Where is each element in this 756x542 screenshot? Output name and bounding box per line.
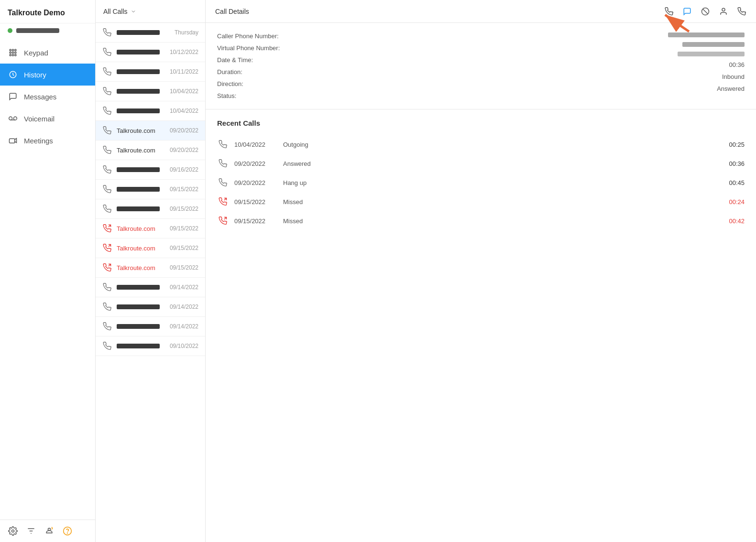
recent-call-status: Missed <box>283 198 723 206</box>
sidebar-item-keypad[interactable]: Keypad <box>0 42 95 64</box>
call-item-name: Talkroute.com <box>117 127 162 134</box>
call-item-name: Talkroute.com <box>117 225 162 232</box>
sidebar-nav: Keypad History Messages Voicemail Meetin <box>0 38 95 520</box>
svg-point-10 <box>9 117 12 120</box>
filter-label: All Calls <box>103 8 128 15</box>
call-item-date: 09/15/2022 <box>167 206 198 212</box>
call-list-item[interactable]: 10/04/2022 <box>96 82 205 101</box>
header-block-icon[interactable] <box>701 7 710 16</box>
recent-call-row[interactable]: 09/20/2022 Hang up 00:45 <box>217 173 745 192</box>
call-list-filter[interactable]: All Calls <box>96 0 206 22</box>
label-caller-phone: Caller Phone Number: <box>217 33 280 40</box>
call-item-phone-icon <box>102 282 112 292</box>
svg-rect-2 <box>15 49 16 51</box>
sidebar-footer <box>0 520 95 542</box>
recent-calls-list: 10/04/2022 Outgoing 00:25 09/20/2022 Ans… <box>217 135 745 230</box>
recent-call-icon <box>217 139 229 150</box>
call-list-item[interactable]: Thursday <box>96 23 205 43</box>
header-action-icons <box>664 7 746 16</box>
call-item-info <box>117 285 162 290</box>
call-list-item[interactable]: Talkroute.com 09/20/2022 <box>96 141 205 160</box>
label-virtual-phone: Virtual Phone Number: <box>217 44 280 52</box>
recent-calls-title: Recent Calls <box>217 119 745 127</box>
call-item-date: Thursday <box>172 29 198 36</box>
recent-call-icon <box>217 177 229 188</box>
call-list-item[interactable]: 09/16/2022 <box>96 160 205 180</box>
right-panel: Caller Phone Number: Virtual Phone Numbe… <box>206 23 756 542</box>
call-item-info <box>117 108 162 113</box>
status-bar-row <box>0 23 95 38</box>
call-item-info <box>117 304 162 309</box>
help-icon[interactable] <box>62 526 73 536</box>
call-list-item[interactable]: 09/15/2022 <box>96 180 205 199</box>
keypad-icon <box>8 47 18 58</box>
sidebar-item-messages[interactable]: Messages <box>0 86 95 108</box>
call-list-item[interactable]: 09/14/2022 <box>96 317 205 336</box>
call-details-section: Caller Phone Number: Virtual Phone Numbe… <box>206 23 756 109</box>
svg-rect-5 <box>15 52 16 54</box>
sidebar-item-history[interactable]: History <box>0 64 95 86</box>
call-item-phone-icon <box>102 165 112 174</box>
call-item-info <box>117 30 167 35</box>
call-list-item[interactable]: 10/04/2022 <box>96 101 205 121</box>
svg-point-11 <box>14 117 17 120</box>
call-item-name: Talkroute.com <box>117 245 162 252</box>
svg-point-14 <box>12 530 14 532</box>
call-list-item[interactable]: Talkroute.com 09/15/2022 <box>96 258 205 278</box>
call-list-item[interactable]: Talkroute.com 09/15/2022 <box>96 238 205 258</box>
call-item-info <box>117 206 162 211</box>
call-item-info: Talkroute.com <box>117 127 162 134</box>
admin-icon[interactable] <box>44 526 55 536</box>
recent-call-row[interactable]: 10/04/2022 Outgoing 00:25 <box>217 135 745 154</box>
call-list-item[interactable]: 09/15/2022 <box>96 199 205 219</box>
call-item-info <box>117 89 162 94</box>
top-bar: All Calls Call Details <box>96 0 756 23</box>
call-item-name-bar <box>117 50 160 54</box>
sidebar-item-voicemail[interactable]: Voicemail <box>0 108 95 130</box>
call-list-item[interactable]: 10/12/2022 <box>96 43 205 62</box>
recent-call-date: 09/15/2022 <box>234 198 277 206</box>
svg-rect-13 <box>10 139 15 143</box>
recent-call-duration: 00:42 <box>729 217 745 225</box>
call-item-date: 09/14/2022 <box>167 284 198 291</box>
call-list-item[interactable]: Talkroute.com 09/20/2022 <box>96 121 205 141</box>
sidebar-item-meetings[interactable]: Meetings <box>0 130 95 152</box>
call-item-name-bar <box>117 187 160 192</box>
label-date-time: Date & Time: <box>217 56 280 64</box>
recent-call-status: Answered <box>283 160 723 167</box>
call-item-date: 09/15/2022 <box>167 245 198 251</box>
call-item-name: Talkroute.com <box>117 147 162 154</box>
header-phone-icon[interactable] <box>664 7 674 16</box>
recent-call-row[interactable]: 09/15/2022 Missed 00:24 <box>217 192 745 211</box>
header-person-icon[interactable] <box>719 7 728 16</box>
call-item-info: Talkroute.com <box>117 225 162 232</box>
call-item-name-bar <box>117 108 160 113</box>
call-list-item[interactable]: Talkroute.com 09/15/2022 <box>96 219 205 238</box>
call-item-info <box>117 69 162 74</box>
svg-rect-4 <box>12 52 14 54</box>
settings-icon[interactable] <box>8 526 18 536</box>
call-list-item[interactable]: 10/11/2022 <box>96 62 205 82</box>
call-item-info: Talkroute.com <box>117 147 162 154</box>
messages-icon <box>8 91 18 102</box>
recent-call-row[interactable]: 09/15/2022 Missed 00:42 <box>217 211 745 230</box>
recent-call-date: 09/20/2022 <box>234 179 277 186</box>
recent-call-row[interactable]: 09/20/2022 Answered 00:36 <box>217 154 745 173</box>
call-list-item[interactable]: 09/14/2022 <box>96 297 205 317</box>
caller-phone-value-bar <box>668 33 745 37</box>
header-dialpad-icon[interactable] <box>737 7 746 16</box>
call-list-item[interactable]: 09/14/2022 <box>96 278 205 297</box>
call-item-name-bar <box>117 304 160 309</box>
content-area: Thursday 10/12/2022 10/11/2022 10/04/202… <box>96 23 756 542</box>
sidebar-item-history-label: History <box>24 71 46 79</box>
recent-call-duration: 00:45 <box>729 179 745 186</box>
recent-call-duration: 00:25 <box>729 141 745 148</box>
call-list-item[interactable]: 09/10/2022 <box>96 336 205 356</box>
header-chat-icon[interactable] <box>682 7 692 16</box>
svg-rect-7 <box>12 54 14 56</box>
call-item-phone-icon <box>102 302 112 312</box>
call-item-phone-icon <box>102 184 112 194</box>
filter-icon[interactable] <box>26 526 36 536</box>
svg-point-24 <box>722 8 725 11</box>
meetings-icon <box>8 135 18 146</box>
